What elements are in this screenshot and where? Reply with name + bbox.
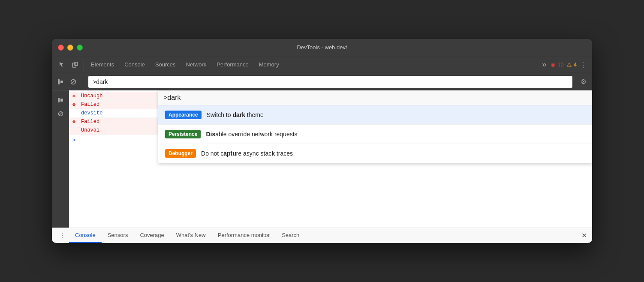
device-toggle-icon[interactable] — [69, 59, 81, 71]
sidebar-block-icon[interactable] — [54, 108, 66, 120]
bottom-close-button[interactable]: ✕ — [580, 231, 589, 240]
dropdown-item-debugger[interactable]: Debugger Do not capture async stack trac… — [158, 144, 592, 163]
traffic-lights — [58, 45, 83, 51]
svg-rect-6 — [58, 98, 60, 102]
error-icon: ⊗ — [551, 61, 556, 68]
bottom-tab-coverage[interactable]: Coverage — [134, 228, 170, 243]
log-text: Failed — [81, 119, 99, 125]
svg-line-5 — [72, 80, 75, 84]
kebab-menu-button[interactable]: ⋮ — [579, 60, 587, 69]
bottom-tab-performance-monitor[interactable]: Performance monitor — [212, 228, 276, 243]
dropdown-item-persistence[interactable]: Persistence Disable override network req… — [158, 125, 592, 144]
dropdown-item-appearance[interactable]: Appearance Switch to dark theme — [158, 105, 592, 125]
tab-performance[interactable]: Performance — [211, 56, 253, 73]
toolbar-left-icons — [54, 59, 84, 71]
command-input[interactable] — [88, 76, 572, 88]
tab-sources[interactable]: Sources — [150, 56, 181, 73]
bottom-tab-sensors[interactable]: Sensors — [102, 228, 134, 243]
bottom-menu-icon[interactable]: ⋮ — [55, 231, 69, 240]
appearance-item-text: Switch to dark theme — [207, 111, 264, 118]
minimize-button[interactable] — [67, 45, 73, 51]
bottom-bar: ⋮ Console Sensors Coverage What's New Pe… — [52, 228, 592, 243]
persistence-item-text: Disable override network requests — [206, 131, 297, 138]
log-text: Unavai — [81, 127, 99, 133]
log-text: Failed — [81, 102, 99, 108]
sidebar-expand-icon[interactable] — [54, 94, 66, 106]
svg-rect-3 — [60, 81, 63, 83]
warn-icon: ⚠ — [566, 61, 572, 68]
main-toolbar: Elements Console Sources Network Perform… — [52, 56, 592, 73]
devtools-window: DevTools - web.dev/ Elements Console Sou… — [52, 39, 592, 243]
tab-memory[interactable]: Memory — [254, 56, 284, 73]
warn-count-badge: ⚠ 4 — [566, 61, 577, 68]
tab-network[interactable]: Network — [181, 56, 212, 73]
error-count-badge: ⊗ 10 — [551, 61, 563, 68]
expand-icon[interactable] — [54, 76, 66, 88]
toolbar2-right: ⚙ — [578, 76, 590, 88]
main-tabs: Elements Console Sources Network Perform… — [84, 56, 537, 73]
more-tabs-button[interactable]: » — [540, 60, 548, 69]
tab-console[interactable]: Console — [119, 56, 150, 73]
error-icon: ⊗ — [72, 102, 79, 108]
content-area: >dark Appearance Switch to dark theme Pe… — [52, 90, 592, 228]
svg-rect-7 — [60, 99, 63, 102]
tab-elements[interactable]: Elements — [86, 56, 119, 73]
debugger-badge: Debugger — [165, 149, 196, 158]
error-icon: ⊗ — [72, 119, 79, 125]
inspect-icon[interactable] — [56, 59, 68, 71]
svg-rect-2 — [58, 79, 60, 84]
command-display-text: >dark — [163, 94, 181, 102]
svg-line-9 — [59, 112, 62, 115]
warn-count: 4 — [574, 61, 577, 68]
console-main: >dark Appearance Switch to dark theme Pe… — [69, 90, 592, 228]
window-title: DevTools - web.dev/ — [297, 44, 347, 51]
secondary-toolbar-icons — [54, 76, 83, 88]
toolbar-right: » ⊗ 10 ⚠ 4 ⋮ — [537, 60, 590, 69]
log-text: Uncaugh — [81, 93, 102, 99]
bottom-tab-console[interactable]: Console — [69, 228, 102, 243]
maximize-button[interactable] — [77, 45, 83, 51]
error-icon: ⊗ — [72, 93, 79, 99]
console-sidebar — [52, 90, 69, 228]
settings-gear-icon[interactable]: ⚙ — [578, 76, 590, 88]
debugger-item-text: Do not capture async stack traces — [201, 150, 293, 157]
titlebar: DevTools - web.dev/ — [52, 39, 592, 56]
error-count: 10 — [557, 61, 563, 68]
appearance-badge: Appearance — [165, 111, 202, 119]
persistence-badge: Persistence — [165, 130, 201, 138]
command-bar: >dark — [158, 90, 592, 105]
bottom-tab-whats-new[interactable]: What's New — [170, 228, 212, 243]
svg-rect-0 — [72, 63, 76, 67]
block-icon[interactable] — [67, 76, 79, 88]
close-button[interactable] — [58, 45, 64, 51]
bottom-tab-search[interactable]: Search — [276, 228, 305, 243]
command-dropdown: >dark Appearance Switch to dark theme Pe… — [158, 90, 592, 163]
secondary-toolbar: ⚙ — [52, 73, 592, 90]
command-input-container — [85, 76, 576, 88]
